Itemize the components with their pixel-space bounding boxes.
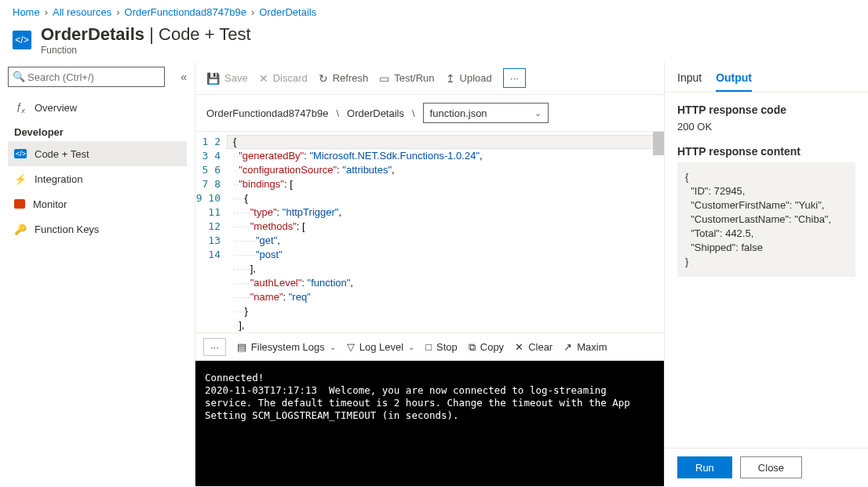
filesystem-logs-button[interactable]: ▤Filesystem Logs⌄: [237, 341, 336, 353]
tab-input[interactable]: Input: [677, 71, 702, 92]
response-content-label: HTTP response content: [677, 145, 855, 158]
save-icon: 💾: [206, 72, 220, 85]
breadcrumb-all-resources[interactable]: All resources: [53, 6, 111, 18]
sidebar-section-developer: Developer: [8, 120, 187, 141]
sidebar-item-overview[interactable]: ƒx Overview: [8, 95, 187, 120]
path-segment-func: OrderDetails: [347, 107, 404, 119]
code-editor[interactable]: 1 2 3 4 5 6 7 8 9 10 11 12 13 14 { ··"ge…: [195, 132, 664, 333]
log-more-button[interactable]: ···: [203, 338, 226, 356]
upload-button[interactable]: ↥Upload: [446, 72, 492, 85]
more-icon: ···: [510, 72, 519, 84]
sidebar-item-code-test[interactable]: </> Code + Test: [8, 141, 187, 166]
log-console[interactable]: Connected! 2020-11-03T17:17:13 Welcome, …: [195, 361, 664, 486]
chevron-right-icon: ›: [116, 6, 119, 18]
lightning-icon: ⚡: [14, 173, 27, 185]
sidebar-item-label: Overview: [35, 102, 77, 114]
sidebar-item-function-keys[interactable]: 🔑 Function Keys: [8, 216, 187, 242]
log-toolbar: ··· ▤Filesystem Logs⌄ ▽Log Level⌄ □Stop …: [195, 333, 664, 361]
response-content-box[interactable]: { "ID": 72945, "CustomerFirstName": "Yuk…: [677, 162, 855, 277]
breadcrumb: Home › All resources › OrderFunctiondad8…: [0, 0, 868, 24]
page-subtitle: Function: [41, 45, 251, 56]
sidebar-item-label: Monitor: [33, 198, 67, 210]
path-separator: \: [412, 107, 415, 119]
refresh-icon: ↻: [319, 72, 328, 85]
page-header: </> OrderDetails | Code + Test Function: [0, 24, 868, 62]
save-button[interactable]: 💾Save: [206, 72, 248, 85]
sidebar-item-label: Code + Test: [35, 148, 89, 160]
overview-icon: ƒx: [14, 100, 27, 114]
logs-icon: ▤: [237, 341, 246, 353]
path-separator: \: [336, 107, 339, 119]
function-icon: </>: [13, 31, 31, 49]
chevron-down-icon: ⌄: [330, 343, 336, 351]
copy-button[interactable]: ⧉Copy: [469, 341, 504, 354]
monitor-icon: [14, 199, 25, 209]
discard-button[interactable]: ✕Discard: [259, 72, 308, 85]
breadcrumb-function[interactable]: OrderDetails: [259, 6, 316, 18]
toolbar: 💾Save ✕Discard ↻Refresh ▭Test/Run ↥Uploa…: [195, 62, 664, 95]
chevron-right-icon: ›: [45, 6, 48, 18]
code-content[interactable]: { ··"generatedBy": "Microsoft.NET.Sdk.Fu…: [227, 132, 664, 333]
refresh-button[interactable]: ↻Refresh: [319, 72, 369, 85]
file-dropdown[interactable]: function.json ⌄: [423, 103, 549, 123]
line-number-gutter: 1 2 3 4 5 6 7 8 9 10 11 12 13 14: [195, 132, 227, 333]
breadcrumb-home[interactable]: Home: [13, 6, 40, 18]
chevron-right-icon: ›: [251, 6, 254, 18]
search-input[interactable]: [8, 67, 165, 87]
tab-output[interactable]: Output: [716, 71, 752, 92]
sidebar-item-label: Function Keys: [35, 224, 99, 235]
test-panel: Input Output HTTP response code 200 OK H…: [664, 62, 868, 486]
maximize-icon: ↗: [563, 341, 572, 353]
chevron-down-icon: ⌄: [534, 108, 542, 118]
more-icon: ···: [210, 341, 219, 353]
response-code-value: 200 OK: [677, 121, 855, 133]
upload-icon: ↥: [446, 72, 455, 85]
code-icon: </>: [14, 149, 27, 158]
testrun-icon: ▭: [379, 72, 389, 85]
file-path-row: OrderFunctiondad8747b9e \ OrderDetails \…: [195, 95, 664, 132]
collapse-sidebar-icon[interactable]: «: [181, 71, 187, 83]
maximize-button[interactable]: ↗Maxim: [563, 341, 607, 353]
close-button[interactable]: Close: [740, 456, 802, 478]
chevron-down-icon: ⌄: [408, 343, 414, 351]
clear-icon: ✕: [515, 341, 523, 353]
sidebar-item-label: Integration: [35, 173, 82, 185]
file-dropdown-value: function.json: [430, 107, 487, 119]
more-button[interactable]: ···: [503, 68, 526, 88]
clear-button[interactable]: ✕Clear: [515, 341, 553, 353]
page-title: OrderDetails | Code + Test: [41, 24, 251, 45]
discard-icon: ✕: [259, 72, 268, 85]
response-code-label: HTTP response code: [677, 104, 855, 116]
filter-icon: ▽: [347, 341, 355, 353]
sidebar-item-integration[interactable]: ⚡ Integration: [8, 166, 187, 191]
log-level-button[interactable]: ▽Log Level⌄: [347, 341, 414, 353]
test-run-button[interactable]: ▭Test/Run: [379, 72, 434, 85]
stop-button[interactable]: □Stop: [425, 341, 458, 353]
path-segment-app: OrderFunctiondad8747b9e: [206, 107, 328, 119]
stop-icon: □: [425, 341, 432, 353]
run-button[interactable]: Run: [677, 456, 732, 478]
key-icon: 🔑: [14, 224, 27, 235]
sidebar: 🔍 « ƒx Overview Developer </> Code + Tes…: [0, 62, 195, 486]
copy-icon: ⧉: [469, 341, 476, 354]
breadcrumb-function-app[interactable]: OrderFunctiondad8747b9e: [125, 6, 246, 18]
sidebar-item-monitor[interactable]: Monitor: [8, 191, 187, 216]
search-icon: 🔍: [13, 71, 25, 82]
